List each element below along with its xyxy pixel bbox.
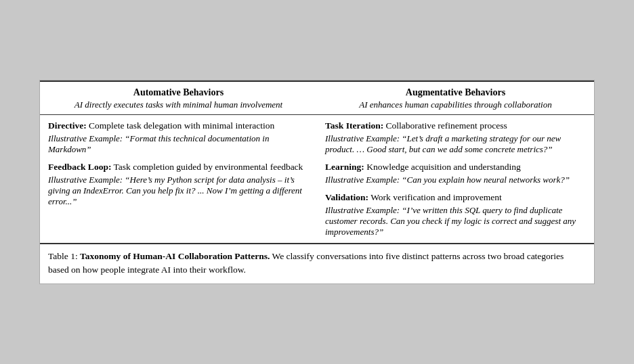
caption-title: Taxonomy of Human-AI Collaboration Patte… bbox=[80, 251, 270, 261]
caption-label: Table 1: bbox=[48, 251, 80, 261]
feedback-loop-body-text: Task completion guided by environmental … bbox=[111, 162, 303, 172]
feedback-loop-title: Feedback Loop: bbox=[48, 162, 111, 172]
validation-example: Illustrative Example: “I’ve written this… bbox=[325, 205, 586, 237]
left-header-subtitle: AI directly executes tasks with minimal … bbox=[48, 99, 309, 110]
right-column-header: Augmentative Behaviors AI enhances human… bbox=[317, 81, 594, 115]
learning-example: Illustrative Example: “Can you explain h… bbox=[325, 175, 586, 185]
feedback-loop-example: Illustrative Example: “Here’s my Python … bbox=[48, 175, 309, 207]
directive-body-text: Complete task delegation with minimal in… bbox=[87, 120, 274, 131]
right-header-title: Augmentative Behaviors bbox=[325, 87, 586, 98]
learning-entry: Learning: Knowledge acquisition and unde… bbox=[325, 162, 586, 185]
learning-body: Learning: Knowledge acquisition and unde… bbox=[325, 162, 586, 173]
directive-entry: Directive: Complete task delegation with… bbox=[48, 120, 309, 155]
feedback-loop-entry: Feedback Loop: Task completion guided by… bbox=[48, 162, 309, 207]
task-iteration-title: Task Iteration: bbox=[325, 120, 383, 131]
left-header-title: Automative Behaviors bbox=[48, 87, 309, 98]
directive-title: Directive: bbox=[48, 120, 87, 131]
validation-body-text: Work verification and improvement bbox=[368, 192, 502, 202]
directive-body: Directive: Complete task delegation with… bbox=[48, 120, 309, 131]
right-column-body: Task Iteration: Collaborative refinement… bbox=[317, 114, 594, 244]
table-caption: Table 1: Taxonomy of Human-AI Collaborat… bbox=[40, 244, 594, 284]
feedback-loop-body: Feedback Loop: Task completion guided by… bbox=[48, 162, 309, 173]
paper-container: Automative Behaviors AI directly execute… bbox=[39, 80, 595, 285]
validation-body: Validation: Work verification and improv… bbox=[325, 192, 586, 203]
task-iteration-example: Illustrative Example: “Let’s draft a mar… bbox=[325, 133, 586, 155]
task-iteration-body: Task Iteration: Collaborative refinement… bbox=[325, 120, 586, 131]
main-table: Automative Behaviors AI directly execute… bbox=[40, 81, 594, 244]
left-column-header: Automative Behaviors AI directly execute… bbox=[40, 81, 317, 115]
validation-title: Validation: bbox=[325, 192, 368, 202]
right-header-subtitle: AI enhances human capabilities through c… bbox=[325, 99, 586, 110]
learning-body-text: Knowledge acquisition and understanding bbox=[364, 162, 521, 172]
directive-example: Illustrative Example: “Format this techn… bbox=[48, 133, 309, 155]
task-iteration-entry: Task Iteration: Collaborative refinement… bbox=[325, 120, 586, 155]
task-iteration-body-text: Collaborative refinement process bbox=[383, 120, 507, 131]
learning-title: Learning: bbox=[325, 162, 364, 172]
left-column-body: Directive: Complete task delegation with… bbox=[40, 114, 317, 244]
validation-entry: Validation: Work verification and improv… bbox=[325, 192, 586, 237]
